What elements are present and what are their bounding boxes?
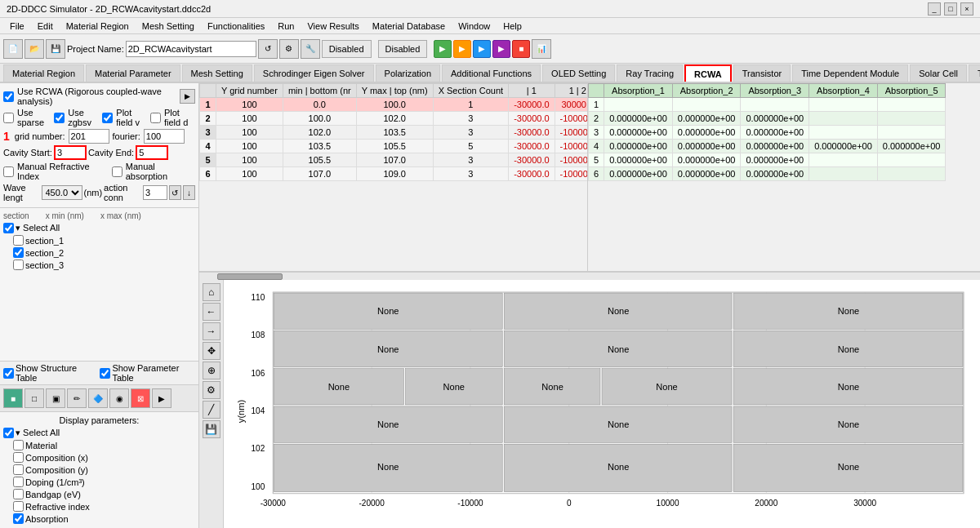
- use-sparse-checkbox[interactable]: [3, 113, 14, 123]
- grid-table-container[interactable]: Y grid number min | bottom (nr Y max | t…: [199, 83, 588, 271]
- select-all-checkbox[interactable]: [3, 223, 14, 233]
- icon-btn-8[interactable]: ▶: [152, 388, 172, 408]
- chart-button[interactable]: 📊: [532, 39, 551, 59]
- close-button[interactable]: ×: [960, 2, 973, 16]
- use-rcwa-checkbox[interactable]: [3, 91, 14, 102]
- icon-btn-4[interactable]: ✏: [67, 388, 87, 408]
- forward-nav-button[interactable]: →: [203, 322, 220, 340]
- tab-transistor[interactable]: Transistor: [733, 64, 791, 82]
- stop-button[interactable]: ■: [512, 40, 530, 58]
- horizontal-scrollbar[interactable]: [199, 272, 980, 280]
- run-button-3[interactable]: ▶: [473, 40, 491, 58]
- params-select-all-checkbox[interactable]: [3, 428, 14, 438]
- move-nav-button[interactable]: ✥: [203, 342, 220, 360]
- params-refindex-checkbox[interactable]: [13, 501, 24, 512]
- manual-ref-index-checkbox[interactable]: [3, 166, 14, 177]
- plot-field-d-checkbox[interactable]: [150, 113, 161, 123]
- menu-view-results[interactable]: View Results: [301, 20, 365, 33]
- back-nav-button[interactable]: ←: [203, 303, 220, 321]
- abs-row-num: 4: [589, 140, 604, 153]
- refresh-button[interactable]: ↺: [258, 39, 278, 59]
- absorption-table-container[interactable]: Absorption_1 Absorption_2 Absorption_3 A…: [588, 83, 980, 271]
- params-compy-checkbox[interactable]: [13, 464, 24, 475]
- save-nav-button[interactable]: 💾: [203, 420, 220, 438]
- icon-btn-3[interactable]: ▣: [46, 388, 65, 408]
- th-empty: [200, 84, 216, 98]
- tab-oled-setting[interactable]: OLED Setting: [542, 64, 615, 82]
- tab-ray-tracing[interactable]: Ray Tracing: [617, 64, 683, 82]
- icon-btn-1[interactable]: ■: [3, 388, 23, 408]
- run-button-1[interactable]: ▶: [434, 40, 452, 58]
- open-button[interactable]: 📂: [24, 39, 44, 59]
- icon-btn-7[interactable]: ⊠: [131, 388, 150, 408]
- menu-run[interactable]: Run: [271, 20, 301, 33]
- abs-th-5: Absorption_5: [877, 84, 946, 98]
- plot-button[interactable]: ▶: [180, 89, 195, 104]
- show-parameter-checkbox[interactable]: [100, 368, 110, 379]
- icon-btn-2[interactable]: □: [24, 388, 44, 408]
- grid-number-input[interactable]: [69, 129, 109, 144]
- params-doping-checkbox[interactable]: [13, 477, 24, 487]
- zoom-nav-button[interactable]: ⊕: [203, 362, 220, 379]
- icon-btn-6[interactable]: ◉: [109, 388, 129, 408]
- menu-material-region[interactable]: Material Region: [60, 20, 136, 33]
- settings-button[interactable]: ⚙: [279, 39, 299, 59]
- run-button-4[interactable]: ▶: [492, 40, 510, 58]
- menu-material-database[interactable]: Material Database: [366, 20, 452, 33]
- disabled-btn-1[interactable]: Disabled: [322, 40, 372, 58]
- maximize-button[interactable]: □: [944, 2, 957, 16]
- params-refindex-label: Refractive index: [25, 502, 90, 512]
- config-button[interactable]: 🔧: [301, 39, 320, 59]
- menu-file[interactable]: File: [3, 20, 31, 33]
- tab-material-region[interactable]: Material Region: [3, 64, 84, 82]
- tab-schrodinger[interactable]: Schrodinger Eigen Solver: [254, 64, 374, 82]
- save-toolbar-button[interactable]: 💾: [46, 39, 65, 59]
- params-material-checkbox[interactable]: [13, 440, 24, 450]
- settings-nav-button[interactable]: ⚙: [203, 381, 220, 399]
- refresh-wave-button[interactable]: ↺: [169, 185, 181, 200]
- menu-help[interactable]: Help: [497, 20, 528, 33]
- show-structure-checkbox[interactable]: [3, 368, 14, 379]
- menu-edit[interactable]: Edit: [31, 20, 60, 33]
- tab-additional-functions[interactable]: Additional Functions: [442, 64, 541, 82]
- use-zgbsv-checkbox[interactable]: [54, 113, 65, 123]
- home-nav-button[interactable]: ⌂: [203, 283, 220, 301]
- line-nav-button[interactable]: ╱: [203, 401, 220, 419]
- tab-polarization[interactable]: Polarization: [376, 64, 440, 82]
- menu-window[interactable]: Window: [452, 20, 497, 33]
- wavelength-select[interactable]: 450.0: [42, 185, 82, 200]
- cell-4-2-label: None: [838, 463, 859, 473]
- tab-solar-cell[interactable]: Solar Cell: [910, 64, 967, 82]
- manual-absorption-checkbox[interactable]: [112, 166, 122, 177]
- abs-a1: 0.000000e+00: [604, 140, 673, 153]
- params-bandgap-checkbox[interactable]: [13, 489, 24, 499]
- disabled-btn-2[interactable]: Disabled: [378, 40, 428, 58]
- tab-time-dependent[interactable]: Time Dependent Module: [792, 64, 908, 82]
- show-parameter-option: Show Parameter Table: [100, 363, 195, 383]
- tab-thermal[interactable]: Thermal: [969, 64, 980, 82]
- menu-functionalities[interactable]: Functionalities: [201, 20, 271, 33]
- plot-field-v-label: Plot field v: [116, 108, 147, 127]
- tab-material-parameter[interactable]: Material Parameter: [86, 64, 180, 82]
- project-name-input[interactable]: [126, 41, 256, 57]
- section-1-checkbox[interactable]: [13, 235, 24, 246]
- tab-mesh-setting[interactable]: Mesh Setting: [182, 64, 252, 82]
- hscroll-thumb[interactable]: [217, 273, 283, 280]
- new-button[interactable]: 📄: [3, 39, 23, 59]
- menu-mesh-setting[interactable]: Mesh Setting: [136, 20, 201, 33]
- cavity-end-input[interactable]: [136, 145, 168, 160]
- tab-rcwa[interactable]: RCWA: [684, 64, 732, 82]
- fourier-input[interactable]: [144, 129, 185, 144]
- run-button-2[interactable]: ▶: [453, 40, 471, 58]
- action-input[interactable]: [143, 185, 167, 200]
- left-panel: Use RCWA (Rigorous coupled-wave analysis…: [0, 83, 199, 528]
- plot-field-v-checkbox[interactable]: [102, 113, 113, 123]
- section-3-checkbox[interactable]: [13, 260, 24, 270]
- cavity-start-input[interactable]: [54, 145, 87, 160]
- section-2-checkbox[interactable]: [13, 247, 24, 258]
- icon-btn-5[interactable]: 🔷: [88, 388, 108, 408]
- params-absorption-checkbox[interactable]: [13, 513, 24, 524]
- minimize-button[interactable]: _: [928, 2, 941, 16]
- params-compx-checkbox[interactable]: [13, 452, 24, 463]
- download-wave-button[interactable]: ↓: [183, 185, 195, 200]
